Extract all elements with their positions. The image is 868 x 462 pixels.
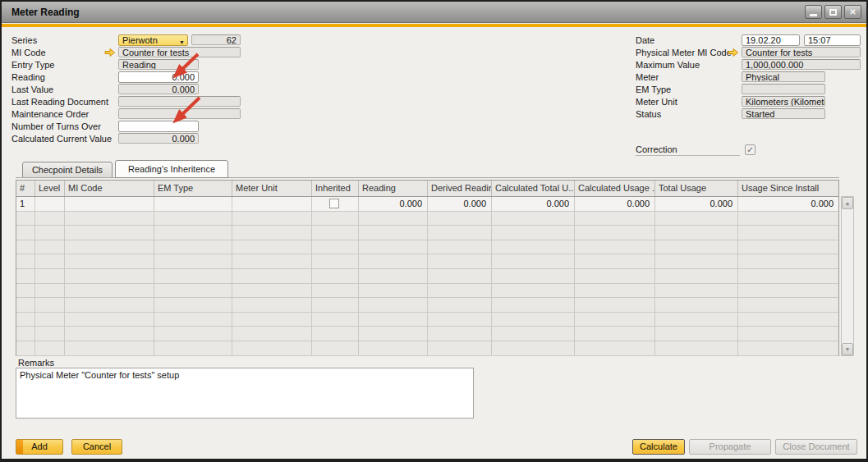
date-label: Date bbox=[636, 35, 654, 46]
last-value-field: 0.000 bbox=[118, 84, 199, 94]
table-cell bbox=[359, 269, 428, 284]
window-title: Meter Reading bbox=[11, 7, 80, 18]
column-header[interactable]: MI Code bbox=[65, 181, 154, 196]
minimize-icon bbox=[810, 14, 817, 16]
column-header[interactable]: Derived Reading bbox=[428, 181, 492, 196]
table-cell bbox=[154, 313, 232, 327]
meter-unit-cell[interactable] bbox=[232, 197, 312, 212]
table-row bbox=[16, 254, 838, 269]
remarks-textarea[interactable]: Physical Meter "Counter for tests" setup bbox=[16, 368, 474, 419]
row-number-cell[interactable]: 1 bbox=[16, 197, 35, 212]
meter-unit-field: Kilometers (Kilometers bbox=[742, 96, 825, 107]
minimize-button[interactable] bbox=[805, 5, 822, 19]
table-cell bbox=[575, 226, 655, 240]
table-cell bbox=[35, 269, 65, 284]
date-input[interactable] bbox=[742, 34, 800, 46]
table-cell bbox=[428, 240, 492, 255]
table-row bbox=[16, 269, 838, 284]
column-header[interactable]: Usage Since Install bbox=[738, 181, 838, 196]
tab-checkpoint-details[interactable]: Checpoint Details bbox=[22, 162, 113, 178]
table-cell bbox=[492, 240, 575, 255]
link-arrow-icon[interactable] bbox=[104, 48, 116, 57]
maintenance-order-field bbox=[118, 108, 241, 119]
reading-cell[interactable]: 0.000 bbox=[359, 197, 428, 212]
correction-label: Correction bbox=[636, 144, 740, 156]
table-cell bbox=[35, 284, 65, 299]
table-cell bbox=[428, 254, 492, 269]
column-header[interactable]: Calculated Usage ... bbox=[575, 181, 655, 196]
calculate-button[interactable]: Calculate bbox=[632, 439, 685, 455]
calculated-usage-cell[interactable]: 0.000 bbox=[575, 197, 655, 212]
scroll-up-button[interactable]: ▲ bbox=[842, 197, 853, 209]
link-arrow-icon[interactable] bbox=[728, 48, 739, 57]
table-cell bbox=[738, 298, 838, 313]
table-cell bbox=[359, 313, 428, 327]
table-cell bbox=[575, 284, 655, 299]
table-cell bbox=[65, 327, 154, 341]
table-cell bbox=[312, 284, 359, 299]
close-document-button[interactable]: Close Document bbox=[775, 439, 857, 455]
time-input[interactable] bbox=[804, 34, 861, 46]
total-usage-cell[interactable]: 0.000 bbox=[655, 197, 738, 212]
table-cell bbox=[232, 327, 312, 341]
calculated-total-usage-cell[interactable]: 0.000 bbox=[492, 197, 575, 212]
meter-reading-window: Meter Reading ✕ Series Pierwotn ▼ 62 MI … bbox=[0, 0, 868, 462]
usage-since-install-cell[interactable]: 0.000 bbox=[738, 197, 838, 212]
derived-reading-cell[interactable]: 0.000 bbox=[428, 197, 492, 212]
table-vertical-scrollbar[interactable]: ▲ ▼ bbox=[841, 196, 854, 356]
column-header[interactable]: Reading bbox=[359, 181, 428, 196]
scroll-up-icon: ▲ bbox=[845, 200, 851, 206]
table-cell bbox=[428, 269, 492, 284]
calculated-current-value-field: 0.000 bbox=[118, 133, 199, 144]
maximize-button[interactable] bbox=[824, 5, 842, 19]
table-cell bbox=[655, 269, 738, 284]
propagate-button[interactable]: Propagate bbox=[689, 439, 771, 455]
reading-label: Reading bbox=[11, 72, 45, 83]
em-type-cell[interactable] bbox=[154, 197, 232, 212]
table-cell bbox=[65, 298, 154, 313]
table-cell bbox=[655, 327, 738, 341]
column-header[interactable]: Total Usage bbox=[655, 181, 738, 196]
table-cell bbox=[232, 313, 312, 327]
table-cell bbox=[738, 313, 838, 327]
table-cell bbox=[575, 269, 655, 284]
mi-code-cell[interactable] bbox=[65, 197, 154, 212]
table-cell bbox=[492, 212, 575, 226]
table-cell bbox=[655, 341, 738, 356]
table-cell bbox=[738, 254, 838, 269]
series-combo[interactable]: Pierwotn ▼ bbox=[118, 34, 188, 46]
table-cell bbox=[738, 212, 838, 226]
table-cell bbox=[65, 284, 154, 299]
scroll-down-button[interactable]: ▼ bbox=[842, 343, 853, 355]
column-header[interactable]: EM Type bbox=[154, 181, 232, 196]
table-cell bbox=[492, 226, 575, 240]
tab-readings-inheritance[interactable]: Reading's Inheritence bbox=[115, 160, 228, 178]
table-cell bbox=[312, 212, 359, 226]
table-row: 1 0.000 0.000 0.000 0.000 0.000 0.000 bbox=[16, 197, 838, 212]
reading-input[interactable] bbox=[118, 71, 199, 83]
column-header[interactable]: Level bbox=[35, 181, 65, 196]
table-row bbox=[16, 226, 838, 240]
column-header[interactable]: # bbox=[16, 181, 35, 196]
cancel-button[interactable]: Cancel bbox=[71, 439, 122, 455]
inherited-checkbox[interactable] bbox=[329, 199, 339, 208]
table-cell bbox=[738, 327, 838, 341]
table-cell bbox=[65, 254, 154, 269]
number-of-turns-over-input[interactable] bbox=[118, 121, 199, 132]
level-cell[interactable] bbox=[35, 197, 65, 212]
entry-type-field: Reading bbox=[118, 59, 199, 70]
last-reading-document-label: Last Reading Document bbox=[11, 97, 108, 107]
table-cell bbox=[312, 269, 359, 284]
column-header[interactable]: Meter Unit bbox=[232, 181, 312, 196]
maximum-value-label: Maximum Value bbox=[636, 60, 700, 71]
column-header[interactable]: Calculated Total U... bbox=[492, 181, 575, 196]
table-cell bbox=[655, 313, 738, 327]
table-row bbox=[16, 284, 838, 299]
table-cell bbox=[359, 254, 428, 269]
table-cell bbox=[575, 254, 655, 269]
status-label: Status bbox=[636, 109, 661, 120]
add-button[interactable]: Add bbox=[16, 439, 63, 455]
column-header[interactable]: Inherited bbox=[312, 181, 359, 196]
close-button[interactable]: ✕ bbox=[844, 5, 861, 19]
table-cell bbox=[312, 327, 359, 341]
